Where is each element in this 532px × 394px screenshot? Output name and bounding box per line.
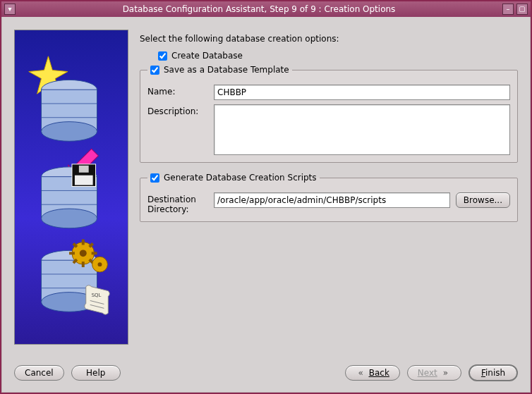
next-button-label: Next — [418, 368, 437, 378]
next-button: Next » — [407, 365, 461, 381]
description-label: Description: — [147, 104, 208, 116]
instruction-text: Select the following database creation o… — [140, 34, 518, 44]
svg-point-3 — [42, 122, 97, 142]
generate-scripts-label: Generate Database Creation Scripts — [164, 173, 317, 183]
create-database-input[interactable] — [158, 51, 167, 61]
svg-point-31 — [98, 262, 102, 266]
titlebar[interactable]: ▾ Database Configuration Assistant, Step… — [1, 1, 531, 17]
database-illustration: SQL — [15, 30, 128, 344]
generate-scripts-checkbox[interactable]: Generate Database Creation Scripts — [150, 173, 317, 183]
window-menu-icon[interactable]: ▾ — [4, 4, 16, 15]
next-arrow-icon: » — [443, 368, 448, 378]
browse-button[interactable]: Browse... — [456, 192, 510, 208]
back-button[interactable]: « Back — [345, 365, 400, 381]
destination-directory-field[interactable] — [214, 192, 450, 208]
svg-point-21 — [80, 250, 87, 257]
back-button-label: Back — [369, 368, 389, 378]
footer-bar: Cancel Help « Back Next » Finish — [1, 357, 531, 393]
cancel-button[interactable]: Cancel — [14, 365, 64, 381]
finish-button-label: Finish — [481, 368, 505, 378]
save-template-checkbox[interactable]: Save as a Database Template — [150, 65, 289, 75]
maximize-icon[interactable]: ▢ — [516, 4, 528, 15]
finish-button[interactable]: Finish — [468, 364, 518, 381]
window-title: Database Configuration Assistant, Step 9… — [17, 4, 501, 14]
destination-label: Destination Directory: — [147, 192, 208, 214]
svg-rect-14 — [75, 176, 93, 185]
svg-point-9 — [42, 209, 97, 228]
create-database-label: Create Database — [171, 51, 243, 61]
generate-scripts-input[interactable] — [150, 173, 159, 183]
illustration-panel: SQL — [14, 30, 128, 345]
dbca-window: ▾ Database Configuration Assistant, Step… — [0, 0, 532, 394]
template-name-field[interactable] — [214, 85, 510, 100]
name-label: Name: — [147, 85, 208, 97]
save-template-label: Save as a Database Template — [164, 65, 289, 75]
create-database-checkbox[interactable]: Create Database — [158, 51, 518, 61]
svg-text:SQL: SQL — [92, 293, 102, 298]
main-panel: Select the following database creation o… — [140, 30, 518, 345]
template-description-field[interactable] — [214, 104, 510, 155]
generate-scripts-group: Generate Database Creation Scripts Desti… — [140, 173, 518, 222]
back-arrow-icon: « — [358, 368, 363, 378]
svg-rect-13 — [79, 166, 89, 173]
content-area: SQL Select the following database creati… — [1, 17, 531, 357]
help-button[interactable]: Help — [71, 365, 121, 381]
minimize-icon[interactable]: – — [502, 4, 514, 15]
save-template-group: Save as a Database Template Name: Descri… — [140, 65, 518, 163]
save-template-input[interactable] — [150, 66, 159, 75]
